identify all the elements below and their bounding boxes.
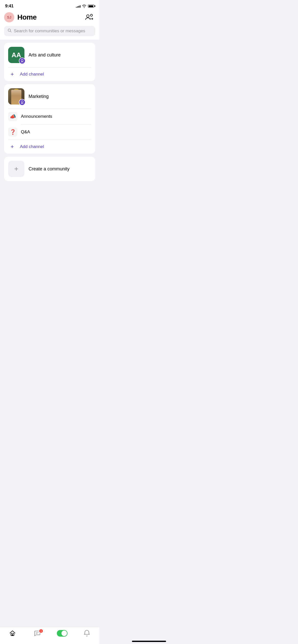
header-left: SJ Home xyxy=(4,12,37,22)
channel-name-announcements: Announcements xyxy=(21,114,52,119)
wifi-icon xyxy=(82,5,86,8)
community-initials-arts: AA xyxy=(11,51,21,59)
search-icon xyxy=(8,28,12,34)
community-icon-wrap-marketing xyxy=(8,88,24,105)
header: SJ Home xyxy=(0,10,99,26)
community-name-arts-culture: Arts and culture xyxy=(29,52,61,58)
channel-icon-qna: ❓ xyxy=(8,127,17,137)
community-badge-arts-culture xyxy=(19,57,25,64)
add-channel-button-marketing[interactable]: + Add channel xyxy=(4,140,95,154)
add-community-icon xyxy=(85,12,94,22)
community-name-marketing: Marketing xyxy=(29,94,49,99)
community-header-arts-culture[interactable]: AA Arts and culture xyxy=(4,43,95,67)
status-bar: 9:41 xyxy=(0,0,99,10)
channel-row-announcements[interactable]: 📣 Announcements xyxy=(4,109,95,124)
battery-icon xyxy=(88,5,94,8)
signal-icon xyxy=(76,5,80,8)
search-placeholder: Search for communities or messages xyxy=(14,28,85,34)
create-plus-icon: + xyxy=(14,165,18,173)
svg-point-7 xyxy=(21,59,23,61)
svg-line-6 xyxy=(10,31,11,32)
search-bar[interactable]: Search for communities or messages xyxy=(4,26,95,36)
status-time: 9:41 xyxy=(5,4,13,9)
community-icon-wrap-arts-culture: AA xyxy=(8,47,24,63)
channel-name-qna: Q&A xyxy=(21,129,30,135)
channel-icon-announcements: 📣 xyxy=(8,112,17,121)
create-community-label: Create a community xyxy=(29,166,70,172)
status-icons xyxy=(76,5,94,8)
add-channel-button-arts-culture[interactable]: + Add channel xyxy=(4,67,95,81)
add-channel-label-arts: Add channel xyxy=(20,72,44,77)
create-community-button[interactable]: + Create a community xyxy=(4,157,95,181)
create-community-icon: + xyxy=(8,161,24,177)
svg-point-1 xyxy=(90,14,92,16)
page-title: Home xyxy=(17,13,37,21)
add-community-button[interactable] xyxy=(85,12,94,22)
svg-point-0 xyxy=(87,15,89,17)
community-header-marketing[interactable]: Marketing xyxy=(4,84,95,109)
community-card-arts-culture: AA Arts and culture + Add channel xyxy=(4,43,95,81)
channel-row-qna[interactable]: ❓ Q&A xyxy=(4,124,95,140)
main-content: AA Arts and culture + Add channel xyxy=(0,40,99,207)
community-card-marketing: Marketing 📣 Announcements ❓ Q&A + Add ch… xyxy=(4,84,95,154)
add-channel-plus-icon-marketing: + xyxy=(8,143,16,150)
search-container: Search for communities or messages xyxy=(0,26,99,40)
avatar[interactable]: SJ xyxy=(4,12,14,22)
svg-point-8 xyxy=(21,101,23,103)
community-badge-marketing xyxy=(19,99,25,106)
ribbon-icon xyxy=(20,59,24,63)
add-channel-plus-icon: + xyxy=(8,71,16,78)
ribbon-icon-marketing xyxy=(20,100,24,104)
add-channel-label-marketing: Add channel xyxy=(20,144,44,149)
